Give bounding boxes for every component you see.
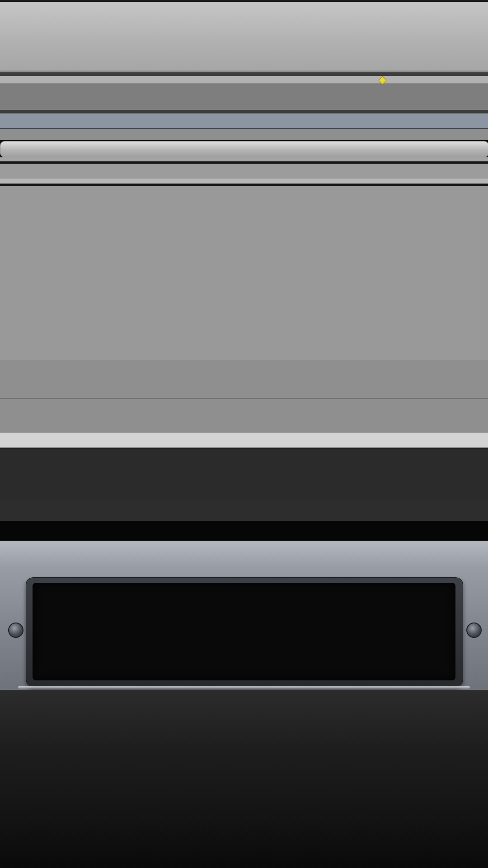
pro-tools-window <box>0 0 488 868</box>
generated-layer <box>0 0 488 868</box>
